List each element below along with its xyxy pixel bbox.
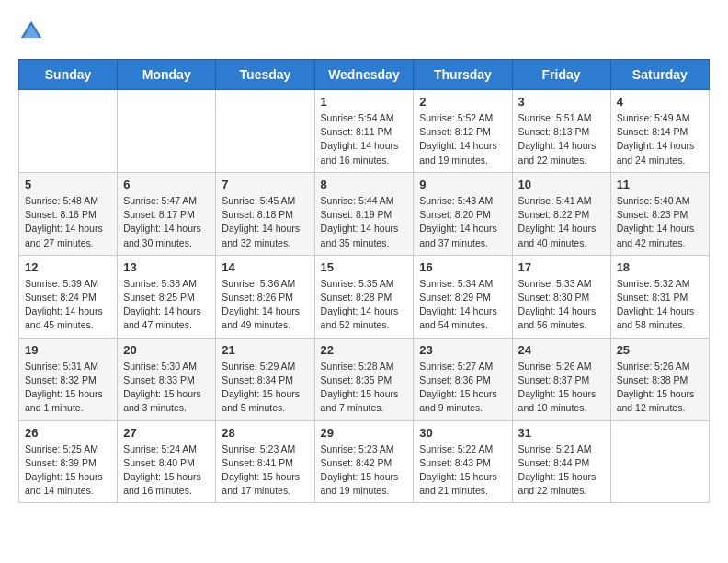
- calendar-week-1: 1Sunrise: 5:54 AM Sunset: 8:11 PM Daylig…: [19, 90, 710, 173]
- day-info: Sunrise: 5:27 AM Sunset: 8:36 PM Dayligh…: [419, 360, 506, 416]
- day-info: Sunrise: 5:52 AM Sunset: 8:12 PM Dayligh…: [419, 111, 506, 167]
- calendar-cell: 23Sunrise: 5:27 AM Sunset: 8:36 PM Dayli…: [414, 338, 512, 420]
- day-number: 3: [518, 95, 605, 109]
- calendar-cell: 18Sunrise: 5:32 AM Sunset: 8:31 PM Dayli…: [610, 255, 709, 338]
- calendar-cell: 26Sunrise: 5:25 AM Sunset: 8:39 PM Dayli…: [19, 420, 118, 503]
- day-info: Sunrise: 5:36 AM Sunset: 8:26 PM Dayligh…: [222, 277, 308, 333]
- calendar-table: SundayMondayTuesdayWednesdayThursdayFrid…: [18, 59, 710, 503]
- calendar-cell: [19, 90, 118, 173]
- day-number: 30: [419, 426, 506, 440]
- day-info: Sunrise: 5:23 AM Sunset: 8:41 PM Dayligh…: [222, 442, 308, 499]
- day-info: Sunrise: 5:22 AM Sunset: 8:43 PM Dayligh…: [419, 442, 506, 499]
- day-info: Sunrise: 5:45 AM Sunset: 8:18 PM Dayligh…: [222, 194, 308, 250]
- column-header-monday: Monday: [118, 60, 216, 90]
- day-info: Sunrise: 5:51 AM Sunset: 8:13 PM Dayligh…: [518, 111, 605, 167]
- page-header: [18, 18, 710, 44]
- day-number: 5: [25, 178, 111, 191]
- calendar-header-row: SundayMondayTuesdayWednesdayThursdayFrid…: [19, 60, 710, 90]
- calendar-cell: 4Sunrise: 5:49 AM Sunset: 8:14 PM Daylig…: [610, 90, 709, 173]
- calendar-cell: 5Sunrise: 5:48 AM Sunset: 8:16 PM Daylig…: [19, 172, 118, 255]
- day-info: Sunrise: 5:41 AM Sunset: 8:22 PM Dayligh…: [518, 194, 605, 250]
- day-info: Sunrise: 5:54 AM Sunset: 8:11 PM Dayligh…: [321, 111, 408, 167]
- column-header-wednesday: Wednesday: [314, 60, 414, 90]
- column-header-friday: Friday: [512, 60, 610, 90]
- day-number: 8: [321, 178, 408, 191]
- column-header-thursday: Thursday: [414, 60, 512, 90]
- day-number: 29: [321, 426, 408, 440]
- logo: [18, 18, 48, 44]
- day-number: 9: [419, 178, 506, 191]
- calendar-cell: 22Sunrise: 5:28 AM Sunset: 8:35 PM Dayli…: [314, 338, 414, 420]
- calendar-cell: 24Sunrise: 5:26 AM Sunset: 8:37 PM Dayli…: [512, 338, 610, 420]
- day-info: Sunrise: 5:28 AM Sunset: 8:35 PM Dayligh…: [321, 360, 408, 416]
- calendar-cell: 14Sunrise: 5:36 AM Sunset: 8:26 PM Dayli…: [216, 255, 314, 338]
- calendar-week-4: 19Sunrise: 5:31 AM Sunset: 8:32 PM Dayli…: [19, 338, 710, 420]
- calendar-cell: 29Sunrise: 5:23 AM Sunset: 8:42 PM Dayli…: [314, 420, 414, 503]
- calendar-week-5: 26Sunrise: 5:25 AM Sunset: 8:39 PM Dayli…: [19, 420, 710, 503]
- day-info: Sunrise: 5:30 AM Sunset: 8:33 PM Dayligh…: [123, 360, 210, 416]
- day-info: Sunrise: 5:32 AM Sunset: 8:31 PM Dayligh…: [617, 277, 703, 333]
- calendar-cell: [118, 90, 216, 173]
- day-number: 23: [419, 343, 506, 357]
- calendar-week-3: 12Sunrise: 5:39 AM Sunset: 8:24 PM Dayli…: [19, 255, 710, 338]
- day-info: Sunrise: 5:31 AM Sunset: 8:32 PM Dayligh…: [25, 360, 111, 416]
- calendar-cell: 19Sunrise: 5:31 AM Sunset: 8:32 PM Dayli…: [19, 338, 118, 420]
- day-number: 21: [222, 343, 308, 357]
- day-number: 13: [123, 260, 210, 274]
- calendar-cell: 2Sunrise: 5:52 AM Sunset: 8:12 PM Daylig…: [414, 90, 512, 173]
- day-info: Sunrise: 5:44 AM Sunset: 8:19 PM Dayligh…: [321, 194, 408, 250]
- day-info: Sunrise: 5:40 AM Sunset: 8:23 PM Dayligh…: [617, 194, 703, 250]
- calendar-cell: 6Sunrise: 5:47 AM Sunset: 8:17 PM Daylig…: [118, 172, 216, 255]
- day-info: Sunrise: 5:49 AM Sunset: 8:14 PM Dayligh…: [617, 111, 703, 167]
- day-info: Sunrise: 5:26 AM Sunset: 8:38 PM Dayligh…: [617, 360, 703, 416]
- day-info: Sunrise: 5:38 AM Sunset: 8:25 PM Dayligh…: [123, 277, 210, 333]
- day-info: Sunrise: 5:29 AM Sunset: 8:34 PM Dayligh…: [222, 360, 308, 416]
- day-number: 31: [518, 426, 605, 440]
- day-number: 14: [222, 260, 308, 274]
- day-info: Sunrise: 5:34 AM Sunset: 8:29 PM Dayligh…: [419, 277, 506, 333]
- day-info: Sunrise: 5:43 AM Sunset: 8:20 PM Dayligh…: [419, 194, 506, 250]
- day-number: 1: [321, 95, 408, 109]
- calendar-cell: [610, 420, 709, 503]
- calendar-cell: 30Sunrise: 5:22 AM Sunset: 8:43 PM Dayli…: [414, 420, 512, 503]
- day-number: 11: [617, 178, 703, 191]
- calendar-cell: 16Sunrise: 5:34 AM Sunset: 8:29 PM Dayli…: [414, 255, 512, 338]
- calendar-cell: 11Sunrise: 5:40 AM Sunset: 8:23 PM Dayli…: [610, 172, 709, 255]
- day-info: Sunrise: 5:33 AM Sunset: 8:30 PM Dayligh…: [518, 277, 605, 333]
- calendar-cell: 21Sunrise: 5:29 AM Sunset: 8:34 PM Dayli…: [216, 338, 314, 420]
- day-info: Sunrise: 5:35 AM Sunset: 8:28 PM Dayligh…: [321, 277, 408, 333]
- calendar-cell: 12Sunrise: 5:39 AM Sunset: 8:24 PM Dayli…: [19, 255, 118, 338]
- calendar-cell: 10Sunrise: 5:41 AM Sunset: 8:22 PM Dayli…: [512, 172, 610, 255]
- calendar-cell: 25Sunrise: 5:26 AM Sunset: 8:38 PM Dayli…: [610, 338, 709, 420]
- column-header-tuesday: Tuesday: [216, 60, 314, 90]
- day-number: 17: [518, 260, 605, 274]
- day-number: 20: [123, 343, 210, 357]
- calendar-cell: 8Sunrise: 5:44 AM Sunset: 8:19 PM Daylig…: [314, 172, 414, 255]
- day-info: Sunrise: 5:47 AM Sunset: 8:17 PM Dayligh…: [123, 194, 210, 250]
- calendar-cell: 17Sunrise: 5:33 AM Sunset: 8:30 PM Dayli…: [512, 255, 610, 338]
- calendar-cell: 3Sunrise: 5:51 AM Sunset: 8:13 PM Daylig…: [512, 90, 610, 173]
- day-number: 2: [419, 95, 506, 109]
- day-number: 12: [25, 260, 111, 274]
- day-info: Sunrise: 5:25 AM Sunset: 8:39 PM Dayligh…: [25, 442, 111, 499]
- day-number: 4: [617, 95, 703, 109]
- day-number: 19: [25, 343, 111, 357]
- day-number: 22: [321, 343, 408, 357]
- calendar-cell: 20Sunrise: 5:30 AM Sunset: 8:33 PM Dayli…: [118, 338, 216, 420]
- day-number: 24: [518, 343, 605, 357]
- day-number: 15: [321, 260, 408, 274]
- day-info: Sunrise: 5:21 AM Sunset: 8:44 PM Dayligh…: [518, 442, 605, 499]
- day-info: Sunrise: 5:39 AM Sunset: 8:24 PM Dayligh…: [25, 277, 111, 333]
- day-number: 7: [222, 178, 308, 191]
- calendar-cell: 27Sunrise: 5:24 AM Sunset: 8:40 PM Dayli…: [118, 420, 216, 503]
- calendar-cell: 9Sunrise: 5:43 AM Sunset: 8:20 PM Daylig…: [414, 172, 512, 255]
- day-info: Sunrise: 5:23 AM Sunset: 8:42 PM Dayligh…: [321, 442, 408, 499]
- calendar-cell: 28Sunrise: 5:23 AM Sunset: 8:41 PM Dayli…: [216, 420, 314, 503]
- day-number: 27: [123, 426, 210, 440]
- day-number: 10: [518, 178, 605, 191]
- day-info: Sunrise: 5:26 AM Sunset: 8:37 PM Dayligh…: [518, 360, 605, 416]
- day-number: 16: [419, 260, 506, 274]
- calendar-cell: 31Sunrise: 5:21 AM Sunset: 8:44 PM Dayli…: [512, 420, 610, 503]
- column-header-saturday: Saturday: [610, 60, 709, 90]
- calendar-cell: 1Sunrise: 5:54 AM Sunset: 8:11 PM Daylig…: [314, 90, 414, 173]
